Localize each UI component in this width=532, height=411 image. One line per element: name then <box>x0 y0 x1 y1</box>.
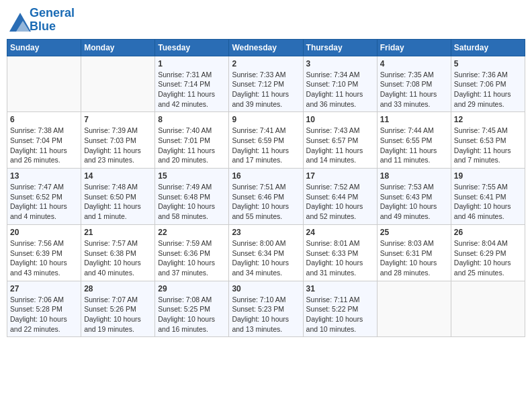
calendar-cell: 22Sunrise: 7:59 AMSunset: 6:36 PMDayligh… <box>155 224 229 281</box>
calendar-cell <box>81 56 155 112</box>
calendar-cell: 26Sunrise: 8:04 AMSunset: 6:29 PMDayligh… <box>451 224 525 281</box>
cell-info: Sunrise: 7:34 AMSunset: 7:10 PMDaylight:… <box>306 70 374 109</box>
weekday-header: Friday <box>377 39 451 56</box>
calendar-cell: 20Sunrise: 7:56 AMSunset: 6:39 PMDayligh… <box>7 224 81 281</box>
day-number: 10 <box>306 115 374 124</box>
day-number: 31 <box>306 284 374 293</box>
day-number: 26 <box>454 228 522 237</box>
calendar-cell: 30Sunrise: 7:10 AMSunset: 5:23 PMDayligh… <box>229 281 303 337</box>
calendar-cell: 13Sunrise: 7:47 AMSunset: 6:52 PMDayligh… <box>7 169 81 225</box>
calendar-cell: 27Sunrise: 7:06 AMSunset: 5:28 PMDayligh… <box>7 281 81 337</box>
calendar-cell: 8Sunrise: 7:40 AMSunset: 7:01 PMDaylight… <box>155 112 229 169</box>
weekday-header: Monday <box>81 39 155 56</box>
cell-info: Sunrise: 8:04 AMSunset: 6:29 PMDaylight:… <box>454 238 522 278</box>
day-number: 12 <box>454 115 522 124</box>
weekday-header: Thursday <box>303 39 377 56</box>
calendar-cell: 31Sunrise: 7:11 AMSunset: 5:22 PMDayligh… <box>303 281 377 337</box>
day-number: 5 <box>454 59 522 68</box>
calendar-cell: 16Sunrise: 7:51 AMSunset: 6:46 PMDayligh… <box>229 169 303 225</box>
cell-info: Sunrise: 7:44 AMSunset: 6:55 PMDaylight:… <box>380 126 448 165</box>
day-number: 14 <box>84 171 152 181</box>
logo-icon <box>9 13 28 28</box>
cell-info: Sunrise: 8:00 AMSunset: 6:34 PMDaylight:… <box>232 238 300 278</box>
weekday-header: Sunday <box>7 39 81 56</box>
calendar-cell <box>451 281 525 337</box>
cell-info: Sunrise: 7:31 AMSunset: 7:14 PMDaylight:… <box>158 70 226 109</box>
cell-info: Sunrise: 7:45 AMSunset: 6:53 PMDaylight:… <box>454 126 522 165</box>
cell-info: Sunrise: 7:53 AMSunset: 6:43 PMDaylight:… <box>380 182 448 222</box>
cell-info: Sunrise: 7:35 AMSunset: 7:08 PMDaylight:… <box>380 70 448 109</box>
day-number: 24 <box>306 228 374 237</box>
calendar-cell: 24Sunrise: 8:01 AMSunset: 6:33 PMDayligh… <box>303 224 377 281</box>
weekday-header-row: SundayMondayTuesdayWednesdayThursdayFrid… <box>7 39 525 56</box>
calendar-cell: 10Sunrise: 7:43 AMSunset: 6:57 PMDayligh… <box>303 112 377 169</box>
day-number: 30 <box>232 284 300 293</box>
day-number: 6 <box>10 115 78 124</box>
cell-info: Sunrise: 7:49 AMSunset: 6:48 PMDaylight:… <box>158 182 226 222</box>
day-number: 21 <box>84 228 152 237</box>
calendar-cell: 4Sunrise: 7:35 AMSunset: 7:08 PMDaylight… <box>377 56 451 112</box>
calendar-cell: 14Sunrise: 7:48 AMSunset: 6:50 PMDayligh… <box>81 169 155 225</box>
calendar-cell: 17Sunrise: 7:52 AMSunset: 6:44 PMDayligh… <box>303 169 377 225</box>
day-number: 22 <box>158 228 226 237</box>
calendar-cell <box>7 56 81 112</box>
day-number: 20 <box>10 228 78 237</box>
cell-info: Sunrise: 7:33 AMSunset: 7:12 PMDaylight:… <box>232 70 300 109</box>
cell-info: Sunrise: 7:48 AMSunset: 6:50 PMDaylight:… <box>84 182 152 222</box>
day-number: 18 <box>380 171 448 181</box>
calendar-cell: 12Sunrise: 7:45 AMSunset: 6:53 PMDayligh… <box>451 112 525 169</box>
weekday-header: Tuesday <box>155 39 229 56</box>
day-number: 13 <box>10 171 78 181</box>
day-number: 19 <box>454 171 522 181</box>
cell-info: Sunrise: 7:07 AMSunset: 5:26 PMDaylight:… <box>84 295 152 334</box>
cell-info: Sunrise: 7:40 AMSunset: 7:01 PMDaylight:… <box>158 126 226 165</box>
cell-info: Sunrise: 7:43 AMSunset: 6:57 PMDaylight:… <box>306 126 374 165</box>
cell-info: Sunrise: 7:56 AMSunset: 6:39 PMDaylight:… <box>10 238 78 278</box>
cell-info: Sunrise: 7:38 AMSunset: 7:04 PMDaylight:… <box>10 126 78 165</box>
calendar-cell: 23Sunrise: 8:00 AMSunset: 6:34 PMDayligh… <box>229 224 303 281</box>
calendar-week-row: 27Sunrise: 7:06 AMSunset: 5:28 PMDayligh… <box>7 281 525 337</box>
cell-info: Sunrise: 7:10 AMSunset: 5:23 PMDaylight:… <box>232 295 300 334</box>
day-number: 15 <box>158 171 226 181</box>
day-number: 7 <box>84 115 152 124</box>
page-header: General Blue <box>7 7 525 34</box>
day-number: 28 <box>84 284 152 293</box>
calendar-cell <box>377 281 451 337</box>
calendar-cell: 1Sunrise: 7:31 AMSunset: 7:14 PMDaylight… <box>155 56 229 112</box>
cell-info: Sunrise: 7:08 AMSunset: 5:25 PMDaylight:… <box>158 295 226 334</box>
day-number: 4 <box>380 59 448 68</box>
calendar-cell: 6Sunrise: 7:38 AMSunset: 7:04 PMDaylight… <box>7 112 81 169</box>
cell-info: Sunrise: 7:52 AMSunset: 6:44 PMDaylight:… <box>306 182 374 222</box>
day-number: 9 <box>232 115 300 124</box>
calendar-cell: 9Sunrise: 7:41 AMSunset: 6:59 PMDaylight… <box>229 112 303 169</box>
cell-info: Sunrise: 7:39 AMSunset: 7:03 PMDaylight:… <box>84 126 152 165</box>
cell-info: Sunrise: 7:11 AMSunset: 5:22 PMDaylight:… <box>306 295 374 334</box>
calendar-cell: 5Sunrise: 7:36 AMSunset: 7:06 PMDaylight… <box>451 56 525 112</box>
calendar-week-row: 13Sunrise: 7:47 AMSunset: 6:52 PMDayligh… <box>7 169 525 225</box>
day-number: 11 <box>380 115 448 124</box>
day-number: 25 <box>380 228 448 237</box>
cell-info: Sunrise: 7:47 AMSunset: 6:52 PMDaylight:… <box>10 182 78 222</box>
cell-info: Sunrise: 8:01 AMSunset: 6:33 PMDaylight:… <box>306 238 374 278</box>
calendar-week-row: 20Sunrise: 7:56 AMSunset: 6:39 PMDayligh… <box>7 224 525 281</box>
calendar-cell: 3Sunrise: 7:34 AMSunset: 7:10 PMDaylight… <box>303 56 377 112</box>
calendar-week-row: 1Sunrise: 7:31 AMSunset: 7:14 PMDaylight… <box>7 56 525 112</box>
day-number: 17 <box>306 171 374 181</box>
logo: General Blue <box>9 7 75 34</box>
calendar-cell: 2Sunrise: 7:33 AMSunset: 7:12 PMDaylight… <box>229 56 303 112</box>
day-number: 1 <box>158 59 226 68</box>
calendar-cell: 29Sunrise: 7:08 AMSunset: 5:25 PMDayligh… <box>155 281 229 337</box>
day-number: 3 <box>306 59 374 68</box>
calendar-cell: 21Sunrise: 7:57 AMSunset: 6:38 PMDayligh… <box>81 224 155 281</box>
calendar-cell: 7Sunrise: 7:39 AMSunset: 7:03 PMDaylight… <box>81 112 155 169</box>
cell-info: Sunrise: 7:41 AMSunset: 6:59 PMDaylight:… <box>232 126 300 165</box>
calendar-cell: 18Sunrise: 7:53 AMSunset: 6:43 PMDayligh… <box>377 169 451 225</box>
cell-info: Sunrise: 7:59 AMSunset: 6:36 PMDaylight:… <box>158 238 226 278</box>
cell-info: Sunrise: 7:57 AMSunset: 6:38 PMDaylight:… <box>84 238 152 278</box>
weekday-header: Saturday <box>451 39 525 56</box>
day-number: 8 <box>158 115 226 124</box>
day-number: 23 <box>232 228 300 237</box>
weekday-header: Wednesday <box>229 39 303 56</box>
cell-info: Sunrise: 7:51 AMSunset: 6:46 PMDaylight:… <box>232 182 300 222</box>
cell-info: Sunrise: 7:36 AMSunset: 7:06 PMDaylight:… <box>454 70 522 109</box>
